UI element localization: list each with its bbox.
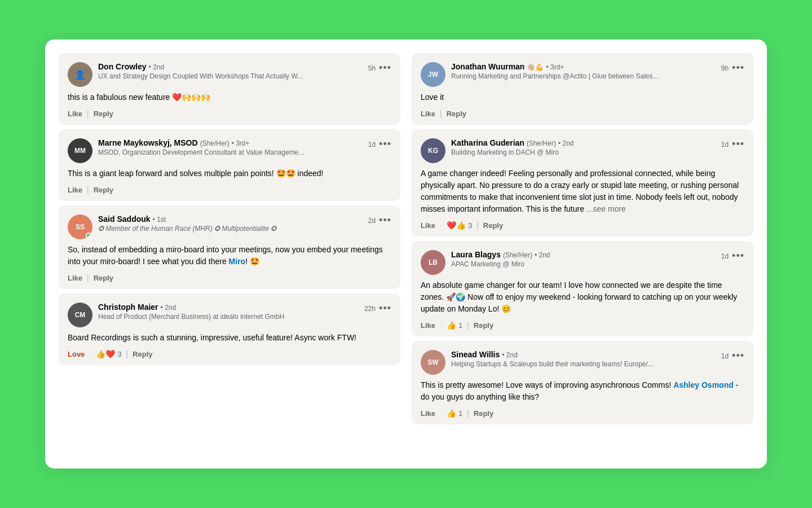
suffix-jonathan: 👋🏼💪 — [527, 63, 544, 71]
degree-jonathan: • 3rd+ — [546, 63, 564, 71]
meta-katharina: Katharina Guderian (She/Her) • 2nd Build… — [451, 138, 716, 157]
meta-marne: Marne Maykowskyj, MSOD (She/Her) • 3rd+ … — [98, 138, 363, 157]
suffix-laura: (She/Her) — [503, 251, 532, 259]
time-don: 5h — [368, 64, 376, 72]
reply-btn-katharina[interactable]: Reply — [483, 221, 503, 230]
actions-laura: Like · 👍 1 | Reply — [421, 321, 744, 330]
reply-btn-said[interactable]: Reply — [94, 274, 113, 282]
suffix-katharina: (She/Her) — [527, 139, 556, 147]
text-katharina: A game changer indeed! Feeling personall… — [421, 168, 744, 215]
time-menu-katharina: 1d ••• — [721, 138, 744, 150]
name-don: Don Crowley — [98, 62, 147, 71]
love-label-christoph: Love — [68, 350, 85, 358]
degree-laura: • 2nd — [535, 251, 550, 259]
headline-katharina: Building Marketing in DACH @ Miro — [451, 148, 716, 157]
time-laura: 1d — [721, 252, 729, 260]
comment-laura: LB Laura Blagys (She/Her) • 2nd APAC Mar… — [412, 241, 753, 336]
comment-header-marne: MM Marne Maykowskyj, MSOD (She/Her) • 3r… — [68, 138, 391, 163]
actions-don: Like | Reply — [68, 109, 391, 118]
mention-miro[interactable]: Miro — [229, 257, 246, 266]
menu-dots-sinead[interactable]: ••• — [732, 350, 744, 362]
like-btn-jonathan[interactable]: Like — [421, 110, 435, 118]
time-christoph: 22h — [364, 305, 376, 313]
comment-header-don: 👤 Don Crowley • 2nd UX and Strategy Desi… — [68, 62, 391, 87]
reaction-count-sinead: 1 — [458, 409, 462, 418]
meta-sinead: Sinead Willis • 2nd Helping Startups & S… — [451, 350, 716, 369]
meta-said: Said Saddouk • 1st ✪ Member of the Human… — [98, 214, 363, 234]
avatar-jonathan: JW — [421, 62, 445, 87]
headline-sinead: Helping Startups & Scaleups build their … — [451, 360, 716, 369]
reaction-emojis-laura: 👍 — [447, 321, 456, 330]
text-marne: This is a giant leap forward and solves … — [68, 168, 391, 179]
like-btn-sinead[interactable]: Like — [421, 409, 435, 418]
like-btn-don[interactable]: Like — [68, 110, 82, 118]
comment-don: 👤 Don Crowley • 2nd UX and Strategy Desi… — [59, 53, 400, 125]
like-btn-said[interactable]: Like — [68, 274, 82, 282]
reactions-sinead: 👍 1 — [447, 409, 462, 418]
like-btn-marne[interactable]: Like — [68, 186, 82, 194]
comment-sinead: SW Sinead Willis • 2nd Helping Startups … — [412, 341, 753, 424]
reply-btn-sinead[interactable]: Reply — [474, 409, 493, 418]
online-indicator-said — [86, 233, 91, 238]
reply-btn-laura[interactable]: Reply — [474, 321, 493, 330]
right-column: JW Jonathan Wuurman 👋🏼💪 • 3rd+ Running M… — [412, 53, 753, 455]
name-said: Said Saddouk — [98, 214, 151, 224]
comment-header-katharina: KG Katharina Guderian (She/Her) • 2nd Bu… — [421, 138, 744, 163]
menu-dots-christoph[interactable]: ••• — [379, 303, 391, 314]
avatar-said: SS — [68, 214, 92, 239]
reply-btn-jonathan[interactable]: Reply — [447, 110, 466, 118]
comment-header-said: SS Said Saddouk • 1st ✪ Member of the Hu… — [68, 214, 391, 239]
degree-katharina: • 2nd — [558, 139, 574, 147]
time-menu-christoph: 22h ••• — [364, 303, 391, 314]
text-don: this is a fabulous new feature ❤️🙌🙌🙌 — [68, 91, 391, 103]
text-jonathan: Love it — [421, 91, 744, 103]
text-christoph: Board Recordings is such a stunning, imp… — [68, 332, 391, 344]
like-btn-laura[interactable]: Like — [421, 321, 435, 330]
see-more-katharina[interactable]: ...see more — [586, 204, 626, 213]
degree-don: • 2nd — [149, 63, 165, 71]
avatar-sinead: SW — [421, 350, 445, 375]
actions-jonathan: Like | Reply — [421, 109, 744, 118]
text-said: So, instead of embedding a miro-board in… — [68, 244, 391, 268]
degree-said: • 1st — [153, 216, 166, 224]
menu-dots-jonathan[interactable]: ••• — [732, 62, 744, 74]
comment-said: SS Said Saddouk • 1st ✪ Member of the Hu… — [59, 205, 400, 289]
reply-btn-don[interactable]: Reply — [94, 110, 113, 118]
actions-sinead: Like · 👍 1 | Reply — [421, 409, 744, 418]
avatar-marne: MM — [68, 138, 92, 163]
degree-christoph: • 2nd — [161, 304, 176, 312]
time-said: 2d — [368, 217, 376, 225]
comment-jonathan: JW Jonathan Wuurman 👋🏼💪 • 3rd+ Running M… — [412, 53, 753, 125]
time-menu-said: 2d ••• — [368, 214, 391, 226]
menu-dots-said[interactable]: ••• — [379, 214, 391, 226]
comment-header-jonathan: JW Jonathan Wuurman 👋🏼💪 • 3rd+ Running M… — [421, 62, 744, 87]
reactions-katharina: ❤️👍 3 — [447, 221, 472, 230]
name-christoph: Christoph Maier — [98, 303, 158, 312]
reaction-count-laura: 1 — [458, 321, 462, 330]
mention-ashley[interactable]: Ashley Osmond — [673, 380, 734, 389]
meta-jonathan: Jonathan Wuurman 👋🏼💪 • 3rd+ Running Mark… — [451, 62, 716, 81]
menu-dots-marne[interactable]: ••• — [379, 138, 391, 150]
reactions-laura: 👍 1 — [447, 321, 462, 330]
menu-dots-katharina[interactable]: ••• — [732, 138, 744, 150]
avatar-don: 👤 — [68, 62, 92, 87]
comment-header-laura: LB Laura Blagys (She/Her) • 2nd APAC Mar… — [421, 250, 744, 275]
reaction-emojis-sinead: 👍 — [447, 409, 456, 418]
time-menu-laura: 1d ••• — [721, 250, 744, 262]
reaction-count-christoph: 3 — [117, 350, 121, 358]
like-btn-katharina[interactable]: Like — [421, 221, 435, 230]
reply-btn-marne[interactable]: Reply — [94, 186, 113, 194]
degree-sinead: • 2nd — [502, 351, 518, 359]
time-menu-don: 5h ••• — [368, 62, 391, 74]
name-katharina: Katharina Guderian — [451, 138, 524, 147]
menu-dots-don[interactable]: ••• — [379, 62, 391, 74]
time-menu-sinead: 1d ••• — [721, 350, 744, 362]
time-sinead: 1d — [721, 352, 729, 360]
name-marne: Marne Maykowskyj, MSOD — [98, 138, 198, 147]
main-card: 👤 Don Crowley • 2nd UX and Strategy Desi… — [45, 40, 767, 468]
name-jonathan: Jonathan Wuurman — [451, 62, 524, 71]
reply-btn-christoph[interactable]: Reply — [133, 350, 152, 358]
comment-christoph: CM Christoph Maier • 2nd Head of Product… — [59, 294, 400, 365]
menu-dots-laura[interactable]: ••• — [732, 250, 744, 262]
degree-marne: • 3rd+ — [232, 139, 250, 147]
